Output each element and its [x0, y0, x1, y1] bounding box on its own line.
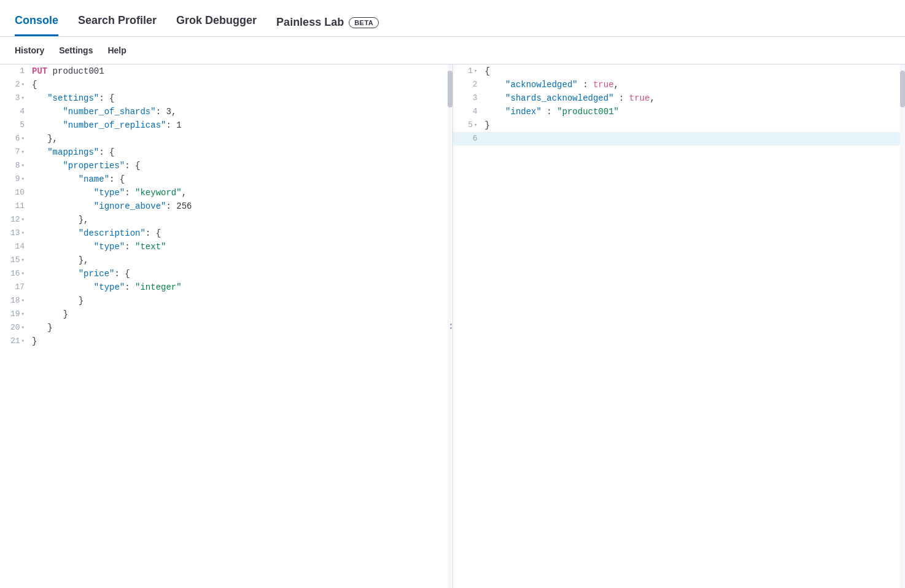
left-line-21: 21▾}	[0, 335, 452, 348]
line-number-11: 11	[0, 199, 29, 213]
right-line-number-2: 2	[453, 78, 483, 91]
top-nav: Console Search Profiler Grok Debugger Pa…	[0, 0, 905, 37]
left-line-content-14: "type": "text"	[29, 240, 166, 253]
left-line-15: 15▾ },	[0, 253, 452, 267]
right-line-3: 3 "shards_acknowledged" : true,	[453, 91, 906, 105]
fold-arrow-3[interactable]: ▾	[21, 91, 25, 105]
fold-arrow-13[interactable]: ▾	[21, 226, 25, 240]
fold-arrow-21[interactable]: ▾	[21, 335, 25, 348]
left-line-content-16: "price": {	[29, 267, 130, 280]
right-scrollbar-thumb[interactable]	[900, 71, 905, 107]
fold-arrow-12[interactable]: ▾	[21, 213, 25, 226]
tab-console[interactable]: Console	[15, 14, 58, 36]
line-number-19: 19▾	[0, 308, 29, 321]
left-line-6: 6▾ },	[0, 132, 452, 145]
left-editor-pane[interactable]: 1PUT product0012▾{3▾ "settings": {4 "num…	[0, 64, 453, 588]
right-editor-pane[interactable]: 1▾{2 "acknowledged" : true,3 "shards_ack…	[453, 64, 906, 588]
left-line-2: 2▾{	[0, 78, 452, 91]
line-number-1: 1	[0, 64, 29, 78]
fold-arrow-9[interactable]: ▾	[21, 172, 25, 186]
left-line-content-15: },	[29, 253, 88, 267]
fold-arrow-18[interactable]: ▾	[21, 294, 25, 308]
right-line-number-3: 3	[453, 91, 483, 105]
right-fold-arrow-1[interactable]: ▾	[474, 64, 477, 78]
right-line-4: 4 "index" : "product001"	[453, 105, 906, 118]
secondary-toolbar: History Settings Help	[0, 37, 905, 64]
left-line-3: 3▾ "settings": {	[0, 91, 452, 105]
line-number-4: 4	[0, 105, 29, 118]
right-line-number-1: 1▾	[453, 64, 483, 78]
settings-button[interactable]: Settings	[59, 43, 93, 58]
left-line-content-9: "name": {	[29, 172, 125, 186]
left-line-content-10: "type": "keyword",	[29, 186, 187, 199]
left-line-content-20: }	[29, 321, 53, 335]
line-number-8: 8▾	[0, 159, 29, 172]
right-line-content-1: {	[483, 64, 490, 78]
left-line-content-13: "description": {	[29, 226, 161, 240]
left-line-content-21: }	[29, 335, 37, 348]
line-number-18: 18▾	[0, 294, 29, 308]
pane-resizer[interactable]	[450, 314, 452, 339]
line-number-12: 12▾	[0, 213, 29, 226]
left-line-11: 11 "ignore_above": 256	[0, 199, 452, 213]
line-number-9: 9▾	[0, 172, 29, 186]
line-number-7: 7▾	[0, 145, 29, 159]
fold-arrow-16[interactable]: ▾	[21, 267, 25, 280]
right-fold-arrow-5[interactable]: ▾	[474, 118, 477, 132]
left-line-content-3: "settings": {	[29, 91, 114, 105]
fold-arrow-6[interactable]: ▾	[21, 132, 25, 145]
left-line-content-19: }	[29, 308, 68, 321]
right-line-6: 6	[453, 132, 906, 145]
fold-arrow-19[interactable]: ▾	[21, 308, 25, 321]
right-line-1: 1▾{	[453, 64, 906, 78]
beta-badge: BETA	[349, 17, 379, 28]
left-line-17: 17 "type": "integer"	[0, 280, 452, 294]
tab-search-profiler[interactable]: Search Profiler	[78, 14, 157, 36]
line-number-15: 15▾	[0, 253, 29, 267]
left-line-1: 1PUT product001	[0, 64, 452, 78]
right-line-content-3: "shards_acknowledged" : true,	[483, 91, 655, 105]
line-number-14: 14	[0, 240, 29, 253]
left-line-content-17: "type": "integer"	[29, 280, 182, 294]
left-line-content-6: },	[29, 132, 58, 145]
right-scrollbar[interactable]	[900, 64, 905, 588]
line-number-13: 13▾	[0, 226, 29, 240]
line-number-10: 10	[0, 186, 29, 199]
left-code-area: 1PUT product0012▾{3▾ "settings": {4 "num…	[0, 64, 452, 348]
fold-arrow-8[interactable]: ▾	[21, 159, 25, 172]
line-number-3: 3▾	[0, 91, 29, 105]
right-code-area: 1▾{2 "acknowledged" : true,3 "shards_ack…	[453, 64, 906, 145]
fold-arrow-15[interactable]: ▾	[21, 253, 25, 267]
tab-grok-debugger[interactable]: Grok Debugger	[176, 14, 257, 36]
right-line-2: 2 "acknowledged" : true,	[453, 78, 906, 91]
left-line-content-7: "mappings": {	[29, 145, 114, 159]
left-line-16: 16▾ "price": {	[0, 267, 452, 280]
left-line-9: 9▾ "name": {	[0, 172, 452, 186]
right-line-content-5: }	[483, 118, 490, 132]
left-line-12: 12▾ },	[0, 213, 452, 226]
left-scrollbar-thumb[interactable]	[448, 71, 452, 107]
left-line-content-8: "properties": {	[29, 159, 140, 172]
history-button[interactable]: History	[15, 43, 44, 58]
right-line-content-2: "acknowledged" : true,	[483, 78, 619, 91]
line-number-17: 17	[0, 280, 29, 294]
fold-arrow-20[interactable]: ▾	[21, 321, 25, 335]
line-number-20: 20▾	[0, 321, 29, 335]
left-line-14: 14 "type": "text"	[0, 240, 452, 253]
fold-arrow-2[interactable]: ▾	[21, 78, 25, 91]
right-line-number-5: 5▾	[453, 118, 483, 132]
left-line-4: 4 "number_of_shards": 3,	[0, 105, 452, 118]
left-line-content-18: }	[29, 294, 84, 308]
help-button[interactable]: Help	[107, 43, 126, 58]
left-line-20: 20▾ }	[0, 321, 452, 335]
tab-painless-lab[interactable]: Painless Lab BETA	[276, 16, 379, 36]
right-line-content-4: "index" : "product001"	[483, 105, 619, 118]
line-number-21: 21▾	[0, 335, 29, 348]
fold-arrow-7[interactable]: ▾	[21, 145, 25, 159]
left-line-content-12: },	[29, 213, 88, 226]
left-line-13: 13▾ "description": {	[0, 226, 452, 240]
line-number-5: 5	[0, 118, 29, 132]
left-line-7: 7▾ "mappings": {	[0, 145, 452, 159]
left-line-content-2: {	[29, 78, 37, 91]
left-line-content-1: PUT product001	[29, 64, 104, 78]
